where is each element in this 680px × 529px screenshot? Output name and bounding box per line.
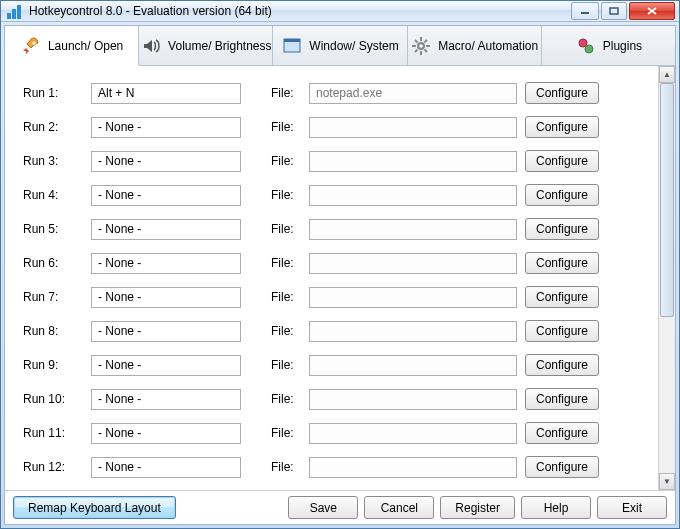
hotkey-input[interactable] [91,117,241,138]
file-input[interactable] [309,389,517,410]
run-label: Run 12: [23,460,83,474]
hotkey-input[interactable] [91,83,241,104]
scroll-track[interactable] [659,83,675,473]
configure-button[interactable]: Configure [525,150,599,172]
client-area: Launch/ OpenVolume/ BrightnessWindow/ Sy… [4,25,676,525]
window-title: Hotkeycontrol 8.0 - Evaluation version (… [29,4,571,18]
app-window: Hotkeycontrol 8.0 - Evaluation version (… [0,0,680,529]
hotkey-input[interactable] [91,151,241,172]
app-icon [7,3,23,19]
svg-point-17 [579,39,587,47]
file-label: File: [271,392,301,406]
run-row: Run 2:File:Configure [23,110,669,144]
hotkey-input[interactable] [91,185,241,206]
scroll-up-button[interactable]: ▲ [659,66,675,83]
file-input[interactable] [309,321,517,342]
configure-button[interactable]: Configure [525,252,599,274]
scroll-down-button[interactable]: ▼ [659,473,675,490]
configure-button[interactable]: Configure [525,354,599,376]
configure-button[interactable]: Configure [525,116,599,138]
tab-macro-automation[interactable]: Macro/ Automation [408,26,542,65]
file-label: File: [271,290,301,304]
file-label: File: [271,426,301,440]
hotkey-input[interactable] [91,219,241,240]
hotkey-input[interactable] [91,355,241,376]
hotkey-input[interactable] [91,457,241,478]
file-input[interactable] [309,117,517,138]
file-input[interactable] [309,457,517,478]
run-row: Run 7:File:Configure [23,280,669,314]
svg-line-14 [425,40,428,43]
launch-open-panel: Run 1:File:ConfigureRun 2:File:Configure… [5,66,675,490]
configure-button[interactable]: Configure [525,320,599,342]
gear-icon [410,35,432,57]
hotkey-input[interactable] [91,423,241,444]
file-input[interactable] [309,287,517,308]
help-button[interactable]: Help [521,496,591,519]
window-controls [571,2,675,20]
tab-launch-open[interactable]: Launch/ Open [5,26,139,66]
file-label: File: [271,222,301,236]
speaker-icon [140,35,162,57]
configure-button[interactable]: Configure [525,456,599,478]
window-icon [281,35,303,57]
configure-button[interactable]: Configure [525,184,599,206]
run-row: Run 12:File:Configure [23,450,669,484]
file-input[interactable] [309,151,517,172]
file-input[interactable] [309,355,517,376]
svg-line-13 [425,49,428,52]
run-label: Run 5: [23,222,83,236]
hotkey-input[interactable] [91,253,241,274]
svg-rect-6 [284,39,300,42]
configure-button[interactable]: Configure [525,82,599,104]
run-row: Run 4:File:Configure [23,178,669,212]
file-input[interactable] [309,185,517,206]
configure-button[interactable]: Configure [525,218,599,240]
file-label: File: [271,154,301,168]
minimize-button[interactable] [571,2,599,20]
file-label: File: [271,256,301,270]
hotkey-input[interactable] [91,389,241,410]
vertical-scrollbar[interactable]: ▲ ▼ [658,66,675,490]
close-button[interactable] [629,2,675,20]
rocket-icon [20,35,42,57]
plugin-icon [575,35,597,57]
run-row: Run 6:File:Configure [23,246,669,280]
register-button[interactable]: Register [440,496,515,519]
run-label: Run 3: [23,154,83,168]
svg-point-16 [419,44,423,48]
svg-point-4 [32,41,35,44]
file-input[interactable] [309,423,517,444]
exit-button[interactable]: Exit [597,496,667,519]
titlebar[interactable]: Hotkeycontrol 8.0 - Evaluation version (… [1,1,679,22]
hotkey-input[interactable] [91,321,241,342]
run-row: Run 3:File:Configure [23,144,669,178]
configure-button[interactable]: Configure [525,388,599,410]
hotkey-input[interactable] [91,287,241,308]
file-input[interactable] [309,83,517,104]
cancel-button[interactable]: Cancel [364,496,434,519]
remap-keyboard-button[interactable]: Remap Keyboard Layout [13,496,176,519]
save-button[interactable]: Save [288,496,358,519]
configure-button[interactable]: Configure [525,286,599,308]
run-label: Run 2: [23,120,83,134]
tab-bar: Launch/ OpenVolume/ BrightnessWindow/ Sy… [5,26,675,66]
run-label: Run 4: [23,188,83,202]
tab-volume-brightness[interactable]: Volume/ Brightness [139,26,273,65]
run-label: Run 8: [23,324,83,338]
run-row: Run 5:File:Configure [23,212,669,246]
file-label: File: [271,324,301,338]
tab-label: Plugins [603,39,642,53]
tab-label: Macro/ Automation [438,39,538,53]
maximize-button[interactable] [601,2,627,20]
file-input[interactable] [309,253,517,274]
tab-label: Volume/ Brightness [168,39,271,53]
file-input[interactable] [309,219,517,240]
configure-button[interactable]: Configure [525,422,599,444]
scroll-thumb[interactable] [660,83,674,317]
tab-label: Window/ System [309,39,398,53]
tab-plugins[interactable]: Plugins [542,26,675,65]
run-label: Run 7: [23,290,83,304]
tab-window-system[interactable]: Window/ System [273,26,407,65]
run-row: Run 8:File:Configure [23,314,669,348]
